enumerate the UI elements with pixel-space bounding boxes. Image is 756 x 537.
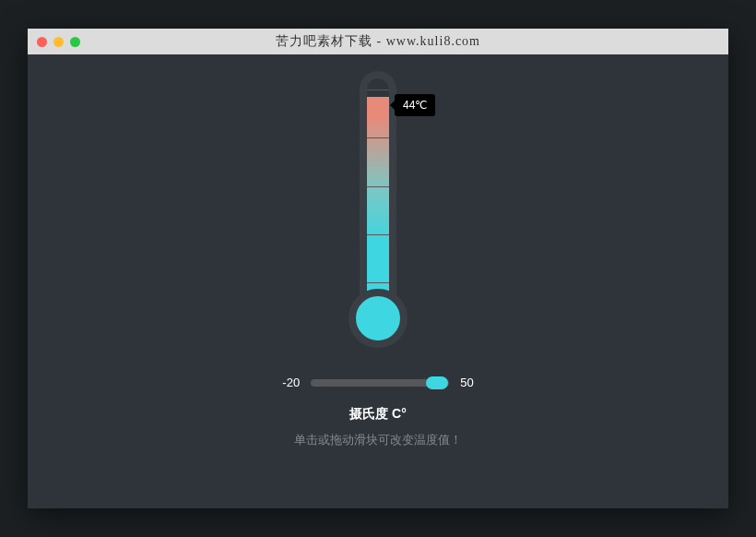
traffic-lights (37, 37, 80, 47)
slider-max-label: 50 (460, 376, 473, 389)
tick (367, 282, 389, 283)
thermometer-bulb (348, 289, 408, 348)
window-title: 苦力吧素材下载 - www.kuli8.com (28, 33, 728, 50)
app-window: 苦力吧素材下载 - www.kuli8.com 44℃ -20 (28, 29, 728, 508)
tick (367, 137, 389, 138)
content-area: 44℃ -20 50 摄氏度 C° 单击或拖动滑块可改变温度值！ (28, 54, 728, 508)
tick (367, 234, 389, 235)
thermometer-ticks (367, 90, 389, 283)
close-icon[interactable] (37, 37, 47, 47)
tick (367, 90, 389, 90)
unit-label: 摄氏度 C° (349, 406, 407, 423)
temperature-tooltip: 44℃ (395, 94, 435, 116)
titlebar: 苦力吧素材下载 - www.kuli8.com (28, 29, 728, 54)
temperature-slider[interactable] (311, 379, 449, 387)
hint-text: 单击或拖动滑块可改变温度值！ (294, 432, 462, 448)
minimize-icon[interactable] (53, 37, 64, 47)
tick (367, 186, 389, 187)
slider-min-label: -20 (282, 376, 300, 389)
slider-thumb[interactable] (426, 376, 448, 389)
maximize-icon[interactable] (70, 37, 80, 47)
thermometer: 44℃ (341, 71, 415, 348)
slider-row: -20 50 (282, 376, 473, 389)
